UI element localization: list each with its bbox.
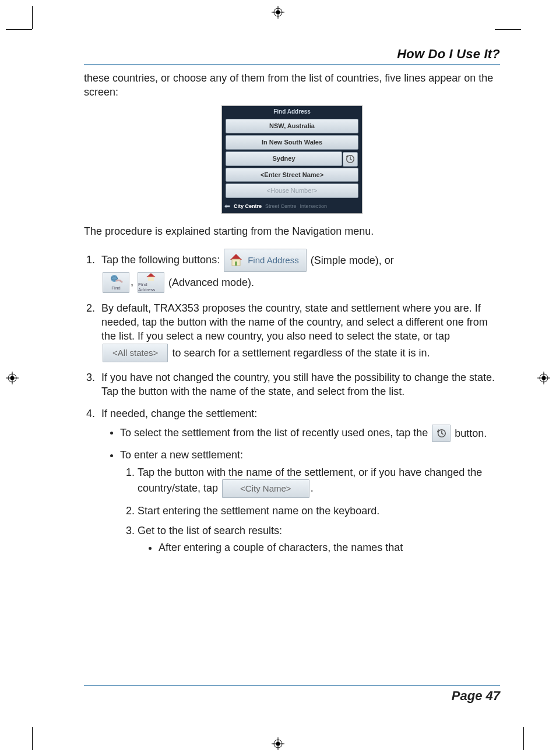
crop-mark	[32, 727, 33, 750]
step-4-s3-text: Get to the list of search results:	[138, 525, 282, 536]
device-frame: Find Address NSW, Australia In New South…	[221, 105, 363, 214]
step-4-sub-2: Start entering the settlement name on th…	[138, 504, 500, 518]
step-4-text: If needed, change the settlement:	[101, 408, 257, 419]
svg-marker-22	[146, 273, 156, 277]
step-4-bullet-1: To select the settlement from the list o…	[120, 425, 500, 442]
step-4-b1-text-a: To select the settlement from the list o…	[120, 426, 431, 438]
history-icon	[436, 428, 446, 439]
svg-rect-20	[235, 262, 237, 266]
step-4-sub-3: Get to the list of search results: After…	[138, 524, 500, 554]
device-row-country: NSW, Australia	[226, 119, 358, 133]
device-row-street: <Enter Street Name>	[226, 168, 358, 182]
crop-mark	[495, 29, 521, 30]
device-row-city: Sydney	[226, 151, 342, 166]
device-row-state: In New South Wales	[226, 135, 358, 150]
registration-mark-icon	[537, 372, 550, 384]
registration-mark-icon	[272, 6, 284, 19]
device-footer: ⬅ City Centre Street Centre Intersection	[222, 200, 362, 213]
device-footer-inactive: Intersection	[300, 203, 328, 210]
steps-list: Tap the following buttons: Find Address …	[84, 249, 500, 554]
find-address-small-button: Find Address	[138, 272, 164, 293]
registration-mark-icon	[272, 737, 284, 750]
device-footer-inactive: Street Centre	[265, 203, 297, 210]
page-footer: Page 47	[84, 685, 500, 704]
crop-mark	[523, 727, 524, 750]
step-4-bullets: To select the settlement from the list o…	[101, 425, 500, 554]
step-4-s3-bullets: After entering a couple of characters, t…	[138, 540, 500, 554]
find-label: Find	[111, 285, 121, 291]
find-address-label: Find Address	[248, 255, 299, 266]
step-4-sublist: Tap the button with the name of the sett…	[120, 465, 500, 554]
step-3: If you have not changed the country, you…	[98, 370, 500, 399]
step-4-s3-bullet-1: After entering a couple of characters, t…	[159, 540, 500, 554]
history-button	[432, 425, 451, 442]
all-states-button: <All states>	[103, 344, 168, 362]
step-4-b1-text-b: button.	[455, 427, 487, 439]
step-1-text-a: Tap the following buttons:	[101, 254, 223, 266]
step-4-b2-text: To enter a new settlement:	[120, 449, 243, 461]
device-row-house: <House Number>	[226, 183, 358, 198]
step-4-bullet-2: To enter a new settlement: Tap the butto…	[120, 448, 500, 554]
device-row-city-label: Sydney	[272, 155, 295, 162]
device-screenshot: Find Address NSW, Australia In New South…	[84, 105, 500, 214]
city-name-button: <City Name>	[222, 479, 309, 498]
page-content: How Do I Use It? these countries, or cho…	[84, 47, 500, 704]
print-sheet: How Do I Use It? these countries, or cho…	[0, 0, 556, 756]
house-icon	[228, 252, 244, 267]
intro-paragraph: these countries, or choose any of them f…	[84, 71, 500, 100]
comma: ,	[131, 276, 136, 288]
device-footer-active: City Centre	[234, 203, 262, 210]
step-2-text-b: to search for a settlement regardless of…	[172, 347, 430, 359]
crop-mark	[6, 29, 32, 30]
back-arrow-icon: ⬅	[224, 202, 230, 211]
find-address-small-label: Find Address	[138, 282, 164, 293]
step-1-text-c: (Advanced mode).	[168, 277, 254, 288]
step-1-text-b: (Simple mode), or	[311, 255, 394, 266]
find-button: Find	[103, 272, 129, 293]
house-icon	[145, 272, 157, 281]
find-address-button: Find Address	[224, 249, 307, 272]
svg-rect-23	[148, 277, 154, 281]
step-1: Tap the following buttons: Find Address …	[98, 249, 500, 293]
globe-icon	[109, 274, 123, 285]
step-2: By default, TRAX353 proposes the country…	[98, 301, 500, 362]
page-header: How Do I Use It?	[84, 47, 500, 65]
after-screenshot-text: The procedure is explained starting from…	[84, 224, 500, 238]
step-4-s1-text-b: .	[311, 482, 314, 494]
history-icon	[343, 152, 358, 167]
crop-mark	[32, 6, 33, 29]
step-4: If needed, change the settlement: To sel…	[98, 407, 500, 554]
step-2-text-a: By default, TRAX353 proposes the country…	[101, 302, 488, 342]
page-body: these countries, or choose any of them f…	[84, 65, 500, 680]
registration-mark-icon	[6, 372, 19, 384]
step-4-sub-1: Tap the button with the name of the sett…	[138, 465, 500, 498]
device-title: Find Address	[222, 106, 362, 118]
